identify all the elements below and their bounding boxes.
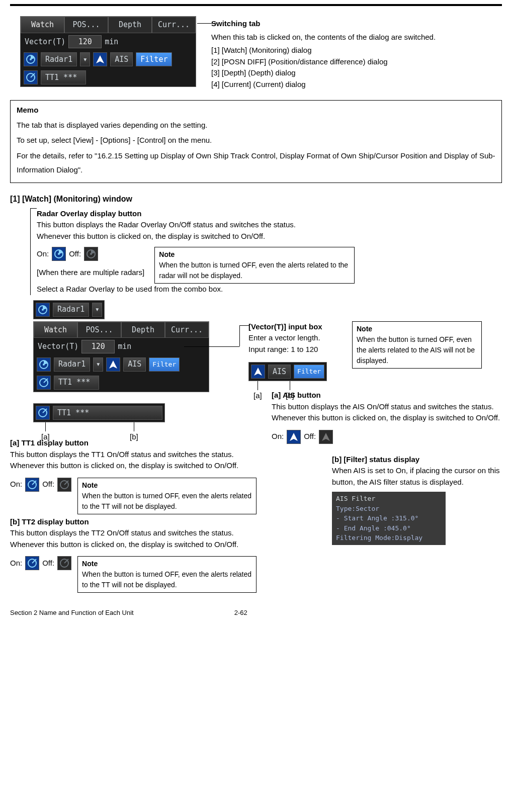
tt2-on-icon (25, 556, 39, 570)
filter-snippet-button[interactable]: Filter (294, 365, 324, 379)
ais-off-icon (319, 430, 333, 444)
radar-note-title: Note (159, 250, 175, 258)
tab-curr[interactable]: Curr... (152, 17, 196, 33)
tab-watch[interactable]: Watch (21, 17, 64, 33)
tt1-note-title: Note (82, 481, 98, 489)
radar-on-label: On: (37, 248, 49, 260)
ais-tooltip-l2: Type:Sector (336, 504, 442, 514)
radar-overlay-p1: This button displays the Radar Overlay O… (37, 219, 502, 231)
switching-tab-intro: When this tab is clicked on, the content… (211, 32, 502, 43)
ais-note-body: When the button is turned OFF, even the … (357, 335, 475, 365)
radar-icon[interactable] (24, 52, 38, 66)
ais-tooltip-l5: Filtering Mode:Display (336, 533, 442, 543)
radar-button-2[interactable]: Radar1 (54, 357, 90, 372)
tt1-on-label: On: (10, 479, 22, 490)
radar-off-icon (84, 247, 98, 261)
ais-on-label: On: (272, 431, 284, 442)
watch-panel-mid: Watch POS... Depth Curr... Vector(T) 120… (33, 321, 209, 392)
vector-label-2: Vector(T) (38, 341, 78, 352)
ais-tooltip-l3: - Start Angle :315.0° (336, 513, 442, 523)
ais-icon[interactable] (93, 52, 107, 66)
radar-off-label: Off: (69, 248, 81, 260)
vector-box-p1: Enter a vector length. (248, 332, 344, 344)
multi-radar-label: [When there are multiple radars] (37, 267, 144, 279)
radar-note-body: When the button is turned OFF, even the … (159, 261, 348, 280)
memo-p2: To set up, select [View] - [Options] - [… (17, 133, 495, 148)
multi-radar-desc: Select a Radar Overlay to be used from t… (37, 284, 502, 295)
radar-combo-icon[interactable] (36, 303, 50, 317)
vector-unit-2: min (118, 341, 131, 352)
radar-combo-button[interactable]: Radar1 (53, 303, 89, 317)
watch-panel-top: Watch POS... Depth Curr... Vector(T) 120… (20, 16, 196, 87)
section-title: [1] [Watch] (Monitoring) window (10, 193, 502, 205)
tt1-icon[interactable] (24, 70, 38, 84)
tt2-title: [b] TT2 display button (10, 516, 257, 528)
ais-snippet-button[interactable]: AIS (268, 365, 291, 379)
footer-page: 2-62 (234, 608, 247, 618)
tt1-p1: This button displays the TT1 On/Off stat… (10, 449, 257, 461)
filter-button-2[interactable]: Filter (149, 357, 180, 372)
tt2-off-label: Off: (42, 558, 54, 569)
memo-box: Memo The tab that is displayed varies de… (10, 100, 502, 183)
tt1-on-icon (25, 478, 39, 492)
vector-unit: min (105, 36, 118, 48)
tt2-note-body: When the button is turned OFF, even the … (82, 570, 251, 589)
radar-overlay-title: Radar Overlay display button (37, 208, 502, 220)
vector-input[interactable]: 120 (68, 35, 102, 49)
radar-on-icon (52, 247, 66, 261)
ais-icon-2[interactable] (106, 357, 120, 372)
tt2-note-title: Note (82, 560, 98, 568)
tt2-p1: This button displays the TT2 On/Off stat… (10, 527, 257, 539)
tt-ab-a: [a] (41, 431, 50, 443)
ais-note-title: Note (357, 325, 372, 333)
tab-depth[interactable]: Depth (108, 17, 152, 33)
tt1-snippet-icon[interactable] (36, 406, 50, 420)
ais-off-label: Off: (304, 431, 316, 442)
tt1-snippet-button[interactable]: TT1 *** (53, 406, 162, 420)
tt1-button[interactable]: TT1 *** (41, 70, 86, 84)
filter-status-title: [b] [Filter] status display (332, 454, 502, 466)
filter-button[interactable]: Filter (136, 52, 172, 66)
radar-button[interactable]: Radar1 (41, 52, 77, 66)
radar-combo-dropdown-icon[interactable]: ▾ (92, 303, 102, 317)
tt2-on-label: On: (10, 558, 22, 569)
tab-watch-2[interactable]: Watch (34, 322, 77, 338)
ais-ab-a: [a] (253, 390, 262, 402)
filter-status-body: When AIS is set to On, if placing the cu… (332, 465, 502, 488)
memo-p3: For the details, refer to "16.2.15 Setti… (17, 149, 495, 177)
switching-item-2: [2] [POSN DIFF] (Position/distance diffe… (211, 56, 502, 68)
ais-button-2[interactable]: AIS (123, 357, 146, 372)
page-top-bar (10, 4, 502, 6)
tab-pos-2[interactable]: POS... (77, 322, 121, 338)
radar-icon-2[interactable] (37, 357, 51, 372)
ais-snippet-icon[interactable] (251, 365, 265, 379)
footer-section: Section 2 Name and Function of Each Unit (10, 608, 134, 618)
radar-dropdown-icon-2[interactable]: ▾ (93, 357, 103, 372)
switching-item-1: [1] [Watch] (Monitoring) dialog (211, 45, 502, 56)
tt1-button-2[interactable]: TT1 *** (54, 376, 99, 390)
radar-overlay-p2: Whenever this button is clicked on, the … (37, 231, 502, 242)
ais-tooltip-l1: AIS Filter (336, 494, 442, 504)
vector-box-title: [Vector(T)] input box (248, 321, 344, 333)
memo-title: Memo (17, 105, 495, 116)
tab-pos[interactable]: POS... (64, 17, 108, 33)
ais-button[interactable]: AIS (110, 52, 133, 66)
vector-box-p2: Input range: 1 to 120 (248, 344, 344, 355)
vector-label: Vector(T) (25, 36, 65, 48)
radar-dropdown-icon[interactable]: ▾ (80, 52, 90, 66)
tt1-icon-2[interactable] (37, 376, 51, 390)
tab-depth-2[interactable]: Depth (121, 322, 165, 338)
tt2-p2: Whenever this button is clicked on, the … (10, 539, 257, 551)
tab-curr-2[interactable]: Curr... (165, 322, 209, 338)
switching-item-4: [4] [Current] (Current) dialog (211, 79, 502, 91)
tt1-note-body: When the button is turned OFF, even the … (82, 492, 251, 510)
ais-on-icon (287, 430, 301, 444)
tt1-p2: Whenever this button is clicked on, the … (10, 460, 257, 472)
tt1-off-label: Off: (42, 479, 54, 490)
memo-p1: The tab that is displayed varies dependi… (17, 118, 495, 133)
ais-btn-p1: This button displays the AIS On/Off stat… (272, 401, 502, 413)
vector-input-2[interactable]: 120 (81, 340, 115, 353)
ais-ab-b: [b] (286, 390, 294, 402)
switching-item-3: [3] [Depth] (Depth) dialog (211, 67, 502, 79)
ais-tooltip-l4: - End Angle :045.0° (336, 523, 442, 533)
